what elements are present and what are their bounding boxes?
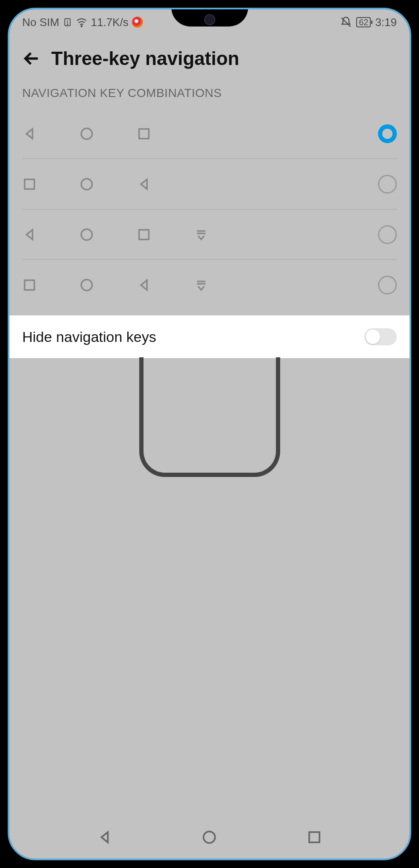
nav-combo-icons bbox=[22, 227, 378, 242]
home-circle-icon bbox=[79, 177, 94, 191]
section-label: NAVIGATION KEY COMBINATIONS bbox=[9, 86, 410, 109]
nav-back-button[interactable] bbox=[97, 830, 112, 845]
radio-unselected[interactable] bbox=[378, 276, 397, 294]
notifications-muted-icon bbox=[340, 16, 352, 28]
svg-point-14 bbox=[81, 280, 92, 291]
status-right: 62 3:19 bbox=[340, 16, 397, 29]
svg-rect-6 bbox=[139, 129, 149, 138]
recent-square-icon bbox=[22, 177, 37, 191]
home-circle-icon bbox=[79, 127, 94, 141]
phone-notch bbox=[171, 8, 248, 26]
svg-point-8 bbox=[81, 179, 92, 190]
svg-point-17 bbox=[204, 832, 215, 843]
radio-unselected[interactable] bbox=[378, 225, 397, 244]
hide-nav-keys-row[interactable]: Hide navigation keys bbox=[9, 315, 410, 358]
weibo-icon bbox=[132, 17, 143, 28]
phone-frame: No SIM 11.7K/s 62 bbox=[0, 0, 419, 868]
svg-point-3 bbox=[81, 26, 82, 26]
preview-area bbox=[9, 358, 410, 816]
hide-nav-keys-switch[interactable] bbox=[364, 328, 397, 345]
phone-screen-bezel: No SIM 11.7K/s 62 bbox=[8, 8, 411, 860]
system-nav-bar bbox=[9, 816, 410, 859]
home-circle-icon bbox=[79, 227, 94, 242]
nav-combo-icons bbox=[22, 177, 378, 191]
nav-home-button[interactable] bbox=[202, 830, 217, 845]
pulldown-icon bbox=[194, 227, 208, 242]
status-left: No SIM 11.7K/s bbox=[22, 16, 143, 29]
svg-point-9 bbox=[81, 229, 92, 240]
header: Three-key navigation bbox=[9, 35, 410, 86]
nav-combo-row-2[interactable] bbox=[22, 159, 397, 209]
nav-combo-row-4[interactable] bbox=[22, 260, 397, 310]
wifi-icon bbox=[76, 16, 88, 28]
svg-rect-10 bbox=[139, 230, 149, 239]
back-triangle-icon bbox=[137, 278, 151, 292]
back-triangle-icon bbox=[137, 177, 151, 191]
battery-indicator: 62 bbox=[356, 17, 371, 27]
nav-combo-icons bbox=[22, 278, 378, 292]
radio-unselected[interactable] bbox=[378, 175, 397, 194]
svg-rect-7 bbox=[25, 179, 35, 189]
page-title: Three-key navigation bbox=[51, 48, 239, 69]
svg-rect-13 bbox=[25, 280, 35, 290]
nav-combo-icons bbox=[22, 127, 378, 141]
sim-alert-icon bbox=[63, 18, 72, 27]
back-triangle-icon bbox=[22, 127, 37, 141]
clock: 3:19 bbox=[375, 16, 397, 29]
radio-selected[interactable] bbox=[378, 124, 397, 143]
network-speed: 11.7K/s bbox=[91, 16, 129, 29]
recent-square-icon bbox=[137, 127, 151, 141]
screen: No SIM 11.7K/s 62 bbox=[9, 9, 410, 859]
svg-point-5 bbox=[81, 128, 92, 139]
battery-level: 62 bbox=[359, 18, 368, 27]
back-triangle-icon bbox=[22, 227, 37, 242]
home-circle-icon bbox=[79, 278, 94, 292]
nav-combo-row-3[interactable] bbox=[22, 209, 397, 260]
recent-square-icon bbox=[22, 278, 37, 292]
pulldown-icon bbox=[194, 278, 208, 292]
nav-key-combinations bbox=[9, 109, 410, 310]
nav-recent-button[interactable] bbox=[307, 830, 322, 845]
sim-status: No SIM bbox=[22, 16, 59, 29]
nav-combo-row-1[interactable] bbox=[22, 109, 397, 159]
svg-point-2 bbox=[67, 24, 68, 25]
hide-nav-keys-label: Hide navigation keys bbox=[22, 329, 156, 345]
svg-rect-18 bbox=[309, 832, 319, 842]
back-button[interactable] bbox=[22, 49, 41, 68]
recent-square-icon bbox=[137, 227, 151, 242]
preview-phone-outline bbox=[139, 357, 280, 477]
